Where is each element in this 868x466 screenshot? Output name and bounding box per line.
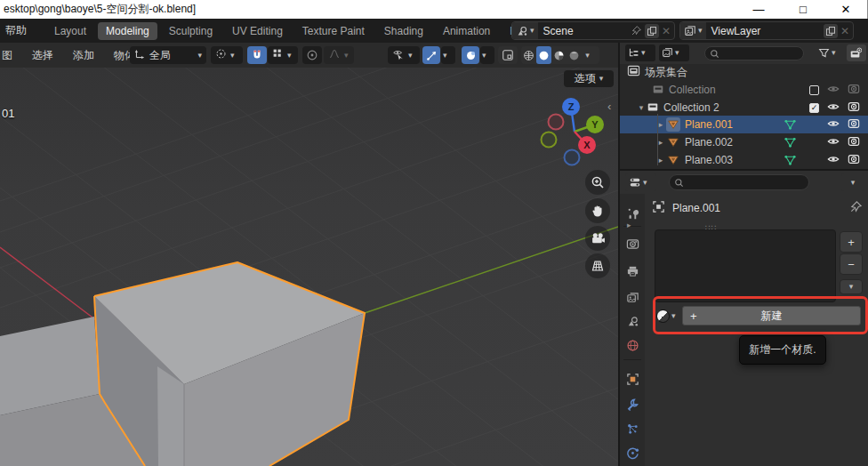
- help-menu[interactable]: 帮助: [5, 23, 27, 38]
- workspace-tab-layout[interactable]: Layout: [46, 22, 94, 40]
- minimize-button[interactable]: —: [745, 0, 772, 19]
- camera-visibility-icon[interactable]: [848, 117, 860, 133]
- pivot-point-dropdown[interactable]: ▾: [211, 46, 243, 64]
- collapse-icon[interactable]: ▾: [636, 103, 647, 112]
- eye-icon[interactable]: [827, 153, 840, 168]
- eye-icon[interactable]: [827, 100, 840, 116]
- pin-id-icon[interactable]: [849, 200, 863, 216]
- exclude-checkbox[interactable]: ✓: [809, 103, 819, 113]
- add-menu[interactable]: 添加: [73, 43, 94, 68]
- outliner-search-input[interactable]: [704, 46, 804, 60]
- add-slot-button[interactable]: +: [840, 231, 863, 253]
- exclude-checkbox[interactable]: [809, 85, 819, 95]
- eye-icon[interactable]: [827, 135, 840, 150]
- scene-browse-button[interactable]: ▾: [512, 22, 538, 39]
- view-menu[interactable]: 图: [2, 43, 12, 68]
- view-layer-name[interactable]: ViewLayer: [706, 25, 821, 37]
- camera-visibility-icon[interactable]: [848, 135, 860, 150]
- outliner-display-mode-dropdown[interactable]: ▾: [625, 44, 655, 61]
- browse-material-dropdown[interactable]: ▾: [656, 306, 681, 325]
- search-icon: [710, 49, 719, 59]
- remove-slot-button[interactable]: −: [840, 253, 863, 275]
- viewport-3d[interactable]: 01 选项 ▾ ‹ Z Y X: [0, 68, 618, 466]
- blender-window: esktop\gong\baoye\5-空间分割-ok.blend] — □ ✕…: [0, 0, 868, 466]
- camera-visibility-icon[interactable]: [848, 100, 860, 116]
- list-resize-grip[interactable]: ∷∷: [705, 223, 717, 232]
- outliner-filter-collection-dropdown[interactable]: ▾: [659, 44, 689, 61]
- transform-orientation-dropdown[interactable]: 全局 ▾: [130, 46, 206, 64]
- view-layer-browse-button[interactable]: ▾: [680, 22, 706, 39]
- gizmos-dropdown[interactable]: ▾: [441, 46, 455, 64]
- workspace-tab-sculpting[interactable]: Sculpting: [161, 22, 221, 40]
- tab-world[interactable]: [620, 334, 645, 356]
- tab-physics[interactable]: [620, 442, 645, 463]
- tab-modifiers[interactable]: [620, 393, 645, 414]
- shading-mode-group: ▾: [521, 46, 599, 64]
- outliner-row-collection[interactable]: Collection: [620, 81, 868, 99]
- shading-material-button[interactable]: [551, 46, 567, 64]
- workspace-tab-texture-paint[interactable]: Texture Paint: [294, 22, 373, 40]
- scene-name[interactable]: Scene: [538, 25, 631, 37]
- gizmo-neg-x[interactable]: [549, 115, 564, 130]
- editor-type-dropdown[interactable]: ▾: [625, 173, 656, 191]
- camera-visibility-icon[interactable]: [848, 83, 860, 98]
- breadcrumb-object-name[interactable]: Plane.001: [672, 202, 720, 214]
- shading-dropdown[interactable]: ▾: [582, 46, 593, 64]
- close-button[interactable]: ✕: [832, 0, 859, 19]
- eye-icon[interactable]: [827, 117, 840, 133]
- mesh-data-icon[interactable]: [783, 118, 797, 132]
- workspace-tab-uv-editing[interactable]: UV Editing: [224, 22, 291, 40]
- remove-view-layer-icon[interactable]: ✕: [840, 25, 849, 37]
- proportional-editing-toggle[interactable]: [302, 46, 322, 64]
- expand-icon[interactable]: ▸: [627, 221, 631, 229]
- new-collection-button[interactable]: [847, 44, 866, 61]
- workspace-tab-animation[interactable]: Animation: [435, 22, 498, 40]
- perspective-toggle-button[interactable]: [585, 253, 610, 278]
- camera-view-button[interactable]: [585, 226, 610, 251]
- zoom-button[interactable]: [585, 170, 610, 195]
- material-slots-list[interactable]: [655, 229, 836, 302]
- options-dropdown[interactable]: 选项 ▾: [564, 70, 614, 87]
- minus-icon: −: [848, 258, 855, 271]
- snap-toggle[interactable]: [247, 46, 267, 64]
- tab-render[interactable]: [620, 233, 645, 254]
- mesh-data-icon[interactable]: [783, 154, 797, 167]
- tab-tool[interactable]: [620, 203, 645, 224]
- tab-view-layer[interactable]: [620, 286, 645, 308]
- new-material-button[interactable]: + 新建: [682, 306, 861, 325]
- tab-output[interactable]: [620, 260, 645, 281]
- tab-particles[interactable]: [620, 418, 645, 439]
- gizmo-neg-y[interactable]: [542, 133, 557, 148]
- gizmo-neg-z[interactable]: [565, 150, 580, 165]
- properties-options-dropdown[interactable]: ▾: [841, 173, 864, 191]
- shading-wireframe-button[interactable]: [521, 46, 536, 64]
- new-view-layer-button[interactable]: [824, 24, 838, 38]
- tab-scene[interactable]: [620, 310, 645, 332]
- eye-icon[interactable]: [827, 83, 840, 98]
- workspace-tab-shading[interactable]: Shading: [376, 22, 431, 40]
- new-scene-button[interactable]: [645, 24, 659, 38]
- shading-rendered-button[interactable]: [567, 46, 582, 64]
- pan-hand-button[interactable]: [585, 198, 610, 223]
- pin-icon[interactable]: [631, 25, 642, 36]
- overlays-toggle[interactable]: [462, 46, 479, 64]
- outliner-filter-dropdown[interactable]: ▾: [816, 44, 844, 61]
- workspace-tab-modeling[interactable]: Modeling: [98, 22, 157, 40]
- select-menu[interactable]: 选择: [32, 43, 53, 68]
- snap-settings-dropdown[interactable]: ▾: [268, 46, 298, 64]
- show-gizmo-dropdown[interactable]: ▾: [388, 46, 420, 64]
- maximize-button[interactable]: □: [790, 0, 816, 19]
- properties-search-input[interactable]: [669, 174, 809, 190]
- overlays-dropdown[interactable]: ▾: [480, 46, 494, 64]
- navigation-gizmo[interactable]: Z Y X: [534, 93, 615, 170]
- proportional-falloff-dropdown[interactable]: ▾: [324, 46, 354, 64]
- shading-solid-button[interactable]: [536, 46, 551, 64]
- slot-specials-dropdown[interactable]: ▾: [840, 279, 863, 294]
- gizmos-toggle[interactable]: [422, 46, 440, 64]
- camera-visibility-icon[interactable]: [848, 153, 860, 168]
- outliner-row-scene-collection[interactable]: 场景集合: [620, 63, 868, 81]
- unlink-scene-icon[interactable]: ✕: [662, 25, 671, 37]
- mesh-data-icon[interactable]: [783, 136, 797, 149]
- xray-toggle[interactable]: [498, 46, 518, 64]
- tab-object[interactable]: [620, 368, 645, 390]
